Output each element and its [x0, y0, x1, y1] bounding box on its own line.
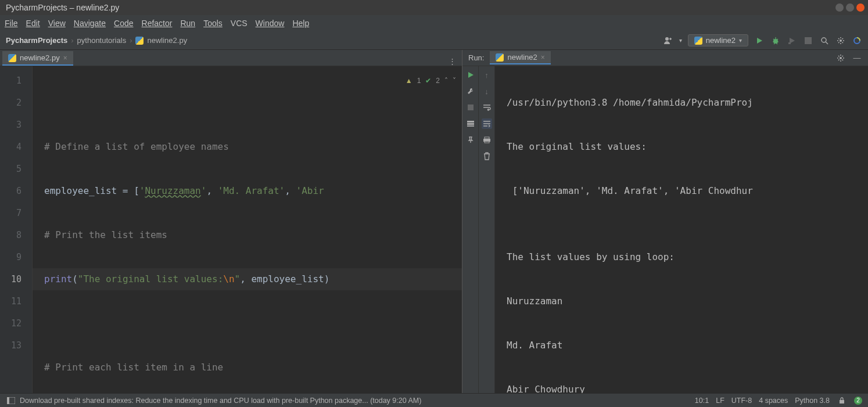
code-editor[interactable]: 123 456 789 101112 13 ▲1 ✔2 ˄ ˅ # Define… [0, 66, 462, 393]
jetbrains-icon[interactable] [852, 35, 862, 46]
chevron-up-icon[interactable]: ˄ [444, 70, 448, 92]
search-icon[interactable] [819, 35, 830, 46]
run-header: Run: newline2 × — [462, 50, 868, 66]
line-separator[interactable]: LF [716, 397, 724, 405]
svg-rect-10 [467, 125, 474, 127]
tab-actions-icon[interactable]: ⋮ [449, 57, 456, 66]
python-icon [694, 37, 702, 45]
close-button[interactable] [856, 3, 865, 12]
settings-icon[interactable] [835, 53, 846, 63]
window-title: PycharmProjects – newline2.py [3, 3, 835, 12]
caret-position[interactable]: 10:1 [695, 397, 709, 405]
menu-tools[interactable]: Tools [203, 19, 223, 28]
menu-file[interactable]: File [5, 19, 18, 28]
hide-icon[interactable]: — [852, 53, 862, 63]
chevron-down-icon[interactable]: ▾ [679, 37, 682, 44]
svg-rect-11 [485, 137, 489, 139]
stop-button[interactable] [465, 102, 476, 113]
svg-rect-3 [805, 37, 812, 44]
settings-icon[interactable] [835, 35, 846, 46]
editor-pane: newline2.py × ⋮ 123 456 789 101112 13 ▲1… [0, 50, 462, 393]
stop-button[interactable] [803, 35, 813, 46]
python-icon [496, 53, 504, 62]
breadcrumb-root[interactable]: PycharmProjects [6, 36, 67, 45]
titlebar: PycharmProjects – newline2.py [0, 0, 868, 15]
editor-tabbar: newline2.py × ⋮ [0, 50, 462, 66]
warning-icon: ▲ [406, 70, 413, 92]
run-tab-newline2[interactable]: newline2 × [490, 51, 550, 64]
breadcrumb: PycharmProjects › pythontutorials › newl… [6, 36, 187, 45]
scroll-to-end-icon[interactable] [482, 118, 492, 129]
lock-icon[interactable] [837, 395, 847, 406]
svg-rect-7 [468, 105, 474, 110]
run-tab-label: newline2 [507, 53, 537, 62]
run-body: ↑ ↓ /usr/bin/python3.8 /home/fahmida/Pyc… [462, 66, 868, 393]
indent-setting[interactable]: 4 spaces [759, 397, 788, 405]
trash-icon[interactable] [482, 151, 492, 161]
tool-windows-icon[interactable] [6, 395, 16, 406]
breadcrumb-folder[interactable]: pythontutorials [77, 36, 127, 45]
python-interpreter[interactable]: Python 3.8 [795, 397, 830, 405]
chevron-right-icon: › [71, 36, 73, 45]
svg-point-6 [840, 57, 842, 59]
add-user-icon[interactable] [663, 35, 673, 46]
menu-edit[interactable]: Edit [26, 19, 40, 28]
editor-tab-newline2[interactable]: newline2.py × [2, 51, 73, 66]
soft-wrap-icon[interactable] [482, 102, 492, 113]
run-configuration-selector[interactable]: newline2 ▾ [688, 34, 748, 46]
notifications-badge[interactable]: 2 [854, 397, 862, 405]
main-split: newline2.py × ⋮ 123 456 789 101112 13 ▲1… [0, 50, 868, 393]
run-config-label: newline2 [706, 36, 736, 45]
console-output[interactable]: /usr/bin/python3.8 /home/fahmida/Pycharm… [495, 66, 868, 393]
code-area[interactable]: ▲1 ✔2 ˄ ˅ # Define a list of employee na… [33, 66, 462, 393]
breadcrumb-file[interactable]: newline2.py [147, 36, 187, 45]
menu-run[interactable]: Run [180, 19, 195, 28]
menu-refactor[interactable]: Refactor [142, 19, 173, 28]
menu-vcs[interactable]: VCS [231, 19, 248, 28]
python-file-icon [8, 54, 16, 62]
pin-icon[interactable] [465, 135, 476, 145]
close-tab-icon[interactable]: × [541, 53, 545, 62]
close-tab-icon[interactable]: × [63, 54, 67, 62]
menu-window[interactable]: Window [256, 19, 285, 28]
line-gutter: 123 456 789 101112 13 [0, 66, 33, 393]
svg-point-5 [840, 39, 842, 42]
maximize-button[interactable] [846, 3, 854, 12]
minimize-button[interactable] [835, 3, 844, 12]
rerun-button[interactable] [465, 70, 476, 80]
run-coverage-button[interactable] [787, 35, 797, 46]
arrow-up-icon[interactable]: ↑ [482, 70, 492, 80]
debug-button[interactable] [770, 35, 781, 46]
window-controls [835, 3, 865, 12]
chevron-right-icon: › [130, 36, 132, 45]
arrow-down-icon[interactable]: ↓ [482, 86, 492, 96]
wrench-icon[interactable] [465, 86, 476, 96]
svg-rect-9 [467, 123, 474, 125]
svg-rect-8 [467, 121, 474, 123]
check-icon: ✔ [425, 70, 431, 92]
menu-code[interactable]: Code [114, 19, 133, 28]
file-encoding[interactable]: UTF-8 [731, 397, 752, 405]
run-label: Run: [468, 53, 484, 62]
run-button[interactable] [754, 35, 765, 46]
toolbar-right: ▾ newline2 ▾ [663, 34, 862, 46]
editor-tab-label: newline2.py [20, 53, 60, 62]
layout-icon[interactable] [465, 118, 476, 129]
python-file-icon [135, 37, 144, 45]
chevron-down-icon: ▾ [739, 37, 742, 44]
status-message[interactable]: Download pre-built shared indexes: Reduc… [20, 397, 421, 405]
print-icon[interactable] [482, 135, 492, 145]
svg-point-4 [822, 38, 826, 42]
inspection-widget[interactable]: ▲1 ✔2 ˄ ˅ [406, 70, 456, 92]
svg-rect-15 [7, 397, 9, 404]
run-tool-window: Run: newline2 × — ↑ [462, 50, 868, 393]
menu-view[interactable]: View [48, 19, 66, 28]
svg-point-0 [665, 37, 669, 41]
svg-rect-13 [485, 141, 489, 143]
status-bar: Download pre-built shared indexes: Reduc… [0, 393, 868, 407]
menu-navigate[interactable]: Navigate [74, 19, 106, 28]
menu-help[interactable]: Help [292, 19, 309, 28]
svg-rect-2 [788, 42, 791, 44]
chevron-down-icon[interactable]: ˅ [453, 70, 456, 92]
run-toolbar-primary [462, 66, 479, 393]
